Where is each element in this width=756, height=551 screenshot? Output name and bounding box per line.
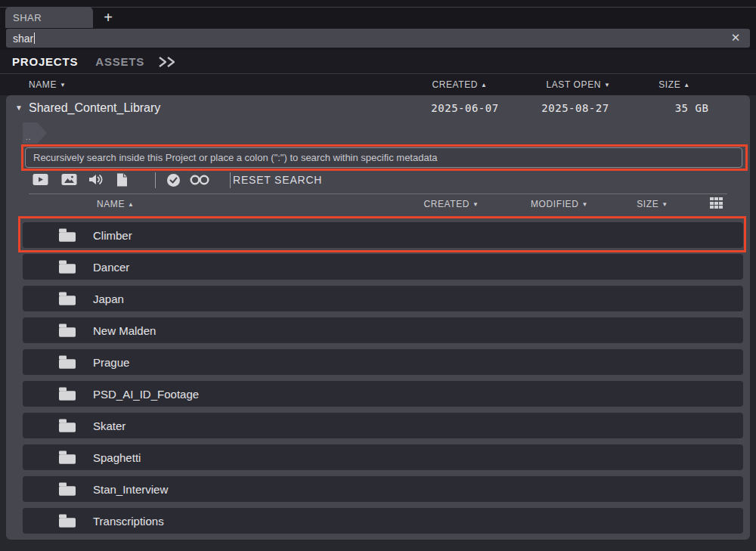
sort-arrow-icon: ▼ <box>472 201 479 208</box>
column-header-name[interactable]: NAME▼ <box>29 79 67 90</box>
contents-column-created[interactable]: CREATED▼ <box>423 199 479 209</box>
contents-column-modified[interactable]: MODIFIED▼ <box>531 199 588 209</box>
project-created-date: 2025-06-07 <box>431 102 498 114</box>
folder-name: Stan_Interview <box>93 483 168 496</box>
folder-name: Dancer <box>93 261 129 274</box>
app-window: SHAR + shar ✕ PROJECTS ASSETS NAME▼ CREA… <box>0 0 756 551</box>
document-filter-icon[interactable] <box>116 173 128 187</box>
project-panel: ▼ Shared_Content_Library 2025-06-07 2025… <box>6 95 750 540</box>
folder-name: PSD_AI_ID_Footage <box>93 388 199 401</box>
text-cursor <box>34 33 35 44</box>
folder-row[interactable]: Climber <box>23 222 743 248</box>
project-search-input[interactable] <box>25 147 742 168</box>
sort-arrow-icon: ▼ <box>60 82 67 88</box>
tab-label: SHAR <box>13 12 42 23</box>
sort-arrow-icon: ▲ <box>128 201 135 208</box>
projects-table-header: NAME▼ CREATED▲ LAST OPEN▼ SIZE▲ <box>0 73 756 95</box>
tab-assets[interactable]: ASSETS <box>95 55 144 68</box>
folder-name: Japan <box>93 293 124 305</box>
duration-filter-icon[interactable] <box>166 173 181 187</box>
contents-column-size[interactable]: SIZE▼ <box>637 199 668 209</box>
folder-row[interactable]: Spaghetti <box>23 444 743 470</box>
folder-name: Transcriptions <box>93 515 164 528</box>
nav-bar: PROJECTS ASSETS <box>0 50 756 73</box>
project-size: 35 GB <box>675 102 709 114</box>
tab-projects[interactable]: PROJECTS <box>12 55 78 68</box>
folder-row[interactable]: Skater <box>23 413 743 438</box>
sort-arrow-icon: ▼ <box>662 201 668 208</box>
project-name: Shared_Content_Library <box>29 101 160 115</box>
column-header-last-open[interactable]: LAST OPEN▼ <box>546 79 610 90</box>
folder-icon <box>58 418 76 433</box>
filter-bar: RESET SEARCH <box>6 171 750 190</box>
folder-row[interactable]: Japan <box>23 286 743 311</box>
folder-icon <box>58 291 76 306</box>
contents-header-divider <box>29 193 727 194</box>
double-chevron-icon[interactable] <box>158 56 178 68</box>
folder-row[interactable]: PSD_AI_ID_Footage <box>23 381 743 407</box>
tab-bar: SHAR + <box>0 0 756 28</box>
search-input[interactable]: shar <box>6 29 750 48</box>
parent-directory-label: .. <box>26 133 32 141</box>
image-filter-icon[interactable] <box>61 173 77 186</box>
folder-name: Prague <box>93 356 129 369</box>
sort-arrow-icon: ▼ <box>604 82 611 88</box>
column-header-size[interactable]: SIZE▲ <box>658 79 690 90</box>
parent-directory-item[interactable]: .. <box>23 122 47 144</box>
sort-arrow-icon: ▲ <box>481 82 488 88</box>
column-header-created[interactable]: CREATED▲ <box>432 79 487 90</box>
sort-arrow-icon: ▼ <box>581 201 588 208</box>
folder-row[interactable]: Stan_Interview <box>23 476 743 502</box>
folder-icon <box>58 481 76 497</box>
reset-search-button[interactable]: RESET SEARCH <box>233 174 322 186</box>
search-value: shar <box>13 33 33 45</box>
folder-list: Climber Dancer Japan New Malden Prague P… <box>23 222 743 540</box>
folder-icon <box>58 450 76 465</box>
video-filter-icon[interactable] <box>33 173 48 186</box>
folder-icon <box>58 386 76 401</box>
folder-icon <box>58 354 76 370</box>
folder-icon <box>58 513 76 528</box>
folder-name: Spaghetti <box>93 451 141 464</box>
new-tab-button[interactable]: + <box>98 8 118 27</box>
collapse-caret-icon[interactable]: ▼ <box>15 104 23 112</box>
filter-divider <box>155 172 156 188</box>
filter-divider <box>230 172 231 188</box>
tab-shar[interactable]: SHAR <box>5 7 93 28</box>
search-row: shar ✕ <box>0 28 756 50</box>
folder-icon <box>58 323 76 338</box>
contents-column-name[interactable]: NAME▲ <box>97 199 135 209</box>
folder-row[interactable]: Dancer <box>23 254 743 280</box>
folder-name: Climber <box>93 229 132 242</box>
project-row[interactable]: ▼ Shared_Content_Library 2025-06-07 2025… <box>6 95 750 121</box>
folder-row[interactable]: Prague <box>23 349 743 375</box>
folder-icon <box>58 259 76 274</box>
folder-row[interactable]: Transcriptions <box>23 508 743 534</box>
folder-row[interactable]: New Malden <box>23 317 743 343</box>
audio-filter-icon[interactable] <box>88 173 104 186</box>
folder-name: New Malden <box>93 324 156 337</box>
infinity-filter-icon[interactable] <box>189 173 210 187</box>
folder-name: Skater <box>93 419 125 432</box>
grid-view-icon[interactable] <box>710 197 723 209</box>
clear-search-icon[interactable]: ✕ <box>729 31 742 45</box>
sort-arrow-icon: ▲ <box>683 82 690 88</box>
folder-icon <box>58 228 76 243</box>
project-last-open-date: 2025-08-27 <box>541 102 609 114</box>
